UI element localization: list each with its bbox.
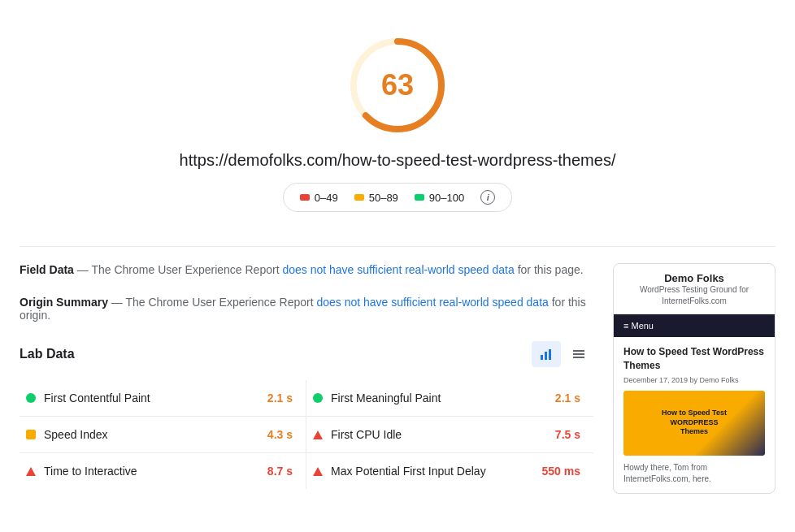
right-panel: Demo Folks WordPress Testing Ground for … bbox=[613, 263, 775, 494]
metric-row-fid: Max Potential First Input Delay 550 ms bbox=[306, 453, 593, 489]
indicator-si bbox=[26, 430, 36, 439]
field-data-title: Field Data bbox=[20, 263, 74, 276]
score-value: 63 bbox=[381, 68, 414, 102]
svg-rect-6 bbox=[573, 353, 584, 355]
metrics-grid: First Contentful Paint 2.1 s Speed Index… bbox=[20, 380, 593, 489]
svg-rect-2 bbox=[541, 355, 543, 360]
left-panel: Field Data — The Chrome User Experience … bbox=[20, 263, 593, 494]
legend-dot-orange bbox=[354, 194, 364, 201]
metrics-col-left: First Contentful Paint 2.1 s Speed Index… bbox=[20, 380, 306, 489]
lab-data-title: Lab Data bbox=[20, 347, 75, 361]
metric-row-fci: First CPU Idle 7.5 s bbox=[306, 417, 593, 453]
legend-dot-red bbox=[300, 194, 310, 201]
origin-summary-section: Origin Summary — The Chrome User Experie… bbox=[20, 296, 593, 322]
score-section: 63 https://demofolks.com/how-to-speed-te… bbox=[20, 16, 775, 240]
page-url: https://demofolks.com/how-to-speed-test-… bbox=[180, 151, 616, 170]
preview-header: Demo Folks WordPress Testing Ground for … bbox=[614, 264, 775, 314]
metric-value-fcp: 2.1 s bbox=[267, 391, 299, 404]
preview-card: Demo Folks WordPress Testing Ground for … bbox=[613, 263, 775, 494]
preview-post-date: December 17, 2019 by Demo Folks bbox=[623, 376, 765, 384]
field-data-desc: — The Chrome User Experience Report does… bbox=[77, 263, 584, 276]
score-legend: 0–49 50–89 90–100 i bbox=[283, 183, 512, 212]
preview-site-sub: WordPress Testing Ground for InternetFol… bbox=[623, 284, 765, 307]
metric-row-si: Speed Index 4.3 s bbox=[20, 417, 306, 453]
metric-name-tti: Time to Interactive bbox=[44, 465, 259, 478]
legend-item-red: 0–49 bbox=[300, 192, 338, 204]
svg-rect-3 bbox=[545, 352, 547, 360]
indicator-tti bbox=[26, 467, 36, 476]
indicator-fcp bbox=[26, 393, 36, 403]
legend-label-orange: 50–89 bbox=[369, 192, 398, 204]
metric-name-fci: First CPU Idle bbox=[331, 428, 547, 441]
metric-row-tti: Time to Interactive 8.7 s bbox=[20, 453, 306, 489]
origin-summary-title: Origin Summary bbox=[20, 296, 108, 309]
preview-thumbnail: How to Speed TestWORDPRESSThemes bbox=[623, 391, 765, 456]
legend-label-green: 90–100 bbox=[429, 192, 464, 204]
metric-value-tti: 8.7 s bbox=[267, 465, 299, 478]
metric-value-fmp: 2.1 s bbox=[555, 391, 587, 404]
lab-data-section: Lab Data bbox=[20, 341, 593, 489]
indicator-fid bbox=[313, 467, 323, 476]
view-toggle bbox=[532, 341, 593, 367]
svg-rect-4 bbox=[549, 349, 551, 360]
metric-name-fcp: First Contentful Paint bbox=[44, 391, 259, 404]
preview-image-text: How to Speed TestWORDPRESSThemes bbox=[658, 405, 730, 440]
metrics-col-right: First Meaningful Paint 2.1 s First CPU I… bbox=[306, 380, 593, 489]
score-circle: 63 bbox=[345, 32, 450, 138]
metric-name-fid: Max Potential First Input Delay bbox=[331, 465, 534, 478]
metric-value-fid: 550 ms bbox=[542, 465, 587, 478]
divider-top bbox=[20, 246, 775, 247]
field-data-section: Field Data — The Chrome User Experience … bbox=[20, 263, 593, 276]
metric-name-fmp: First Meaningful Paint bbox=[331, 391, 547, 404]
legend-item-green: 90–100 bbox=[415, 192, 464, 204]
field-data-link[interactable]: does not have sufficient real-world spee… bbox=[282, 263, 514, 276]
info-icon[interactable]: i bbox=[480, 190, 495, 205]
svg-rect-7 bbox=[573, 357, 584, 358]
origin-summary-link[interactable]: does not have sufficient real-world spee… bbox=[316, 296, 548, 309]
preview-body: How to Speed Test WordPress Themes Decem… bbox=[614, 337, 775, 493]
preview-site-name: Demo Folks bbox=[623, 272, 765, 284]
indicator-fci bbox=[313, 430, 323, 439]
main-content: Field Data — The Chrome User Experience … bbox=[20, 263, 775, 494]
metric-value-si: 4.3 s bbox=[267, 428, 299, 441]
lab-data-header: Lab Data bbox=[20, 341, 593, 367]
svg-rect-5 bbox=[573, 350, 584, 352]
legend-item-orange: 50–89 bbox=[354, 192, 398, 204]
preview-post-title: How to Speed Test WordPress Themes bbox=[623, 345, 765, 373]
preview-nav-label: ≡ Menu bbox=[623, 321, 654, 331]
metric-row-fcp: First Contentful Paint 2.1 s bbox=[20, 380, 306, 417]
page-wrapper: 63 https://demofolks.com/how-to-speed-te… bbox=[0, 0, 795, 510]
metric-name-si: Speed Index bbox=[44, 428, 259, 441]
indicator-fmp bbox=[313, 393, 323, 403]
preview-nav: ≡ Menu bbox=[614, 314, 775, 337]
preview-body-text: Howdy there, Tom from InternetFolks.com,… bbox=[623, 462, 765, 485]
legend-label-red: 0–49 bbox=[315, 192, 338, 204]
metric-row-fmp: First Meaningful Paint 2.1 s bbox=[306, 380, 593, 417]
legend-dot-green bbox=[415, 194, 424, 201]
toggle-chart-btn[interactable] bbox=[532, 341, 561, 367]
toggle-list-btn[interactable] bbox=[564, 341, 593, 367]
metric-value-fci: 7.5 s bbox=[555, 428, 587, 441]
